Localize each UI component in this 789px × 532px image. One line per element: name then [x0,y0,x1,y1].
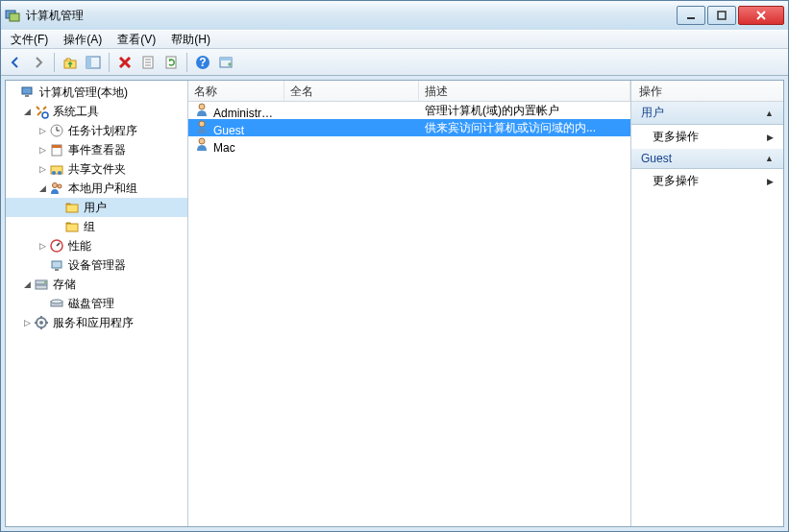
chevron-right-icon: ▶ [767,133,774,142]
titlebar[interactable]: 计算机管理 [1,1,788,30]
list-header: 名称 全名 描述 [188,81,630,102]
refresh-button[interactable] [160,52,182,73]
menu-action[interactable]: 操作(A) [58,30,108,50]
expander-icon[interactable]: ▷ [37,240,48,252]
svg-rect-8 [86,57,91,68]
svg-text:?: ? [199,56,206,69]
back-button[interactable] [5,52,26,73]
actions-pane: 操作 用户 ▲ 更多操作 ▶ Guest ▲ 更多操作 ▶ [631,81,783,526]
delete-button[interactable] [114,52,136,73]
device-icon [49,257,64,273]
expander-icon[interactable]: ▷ [37,163,48,175]
cell-name: Guest [188,119,284,137]
tree-perf[interactable]: ▷ 性能 [6,236,187,255]
tree-storage[interactable]: ◢ 存储 [6,275,187,294]
shared-folder-icon [49,161,64,177]
svg-point-29 [52,171,56,175]
help-button[interactable]: ? [192,52,213,73]
cell-desc: 管理计算机(域)的内置帐户 [419,103,630,119]
clock-icon [49,123,64,138]
svg-point-41 [44,281,46,283]
tree-tasksched[interactable]: ▷ 任务计划程序 [6,121,187,140]
forward-button[interactable] [28,52,49,73]
expander-icon[interactable]: ▷ [37,125,48,136]
storage-icon [34,277,49,292]
svg-rect-1 [10,13,19,21]
actions-section-users[interactable]: 用户 ▲ [631,102,783,125]
expander-icon[interactable]: ◢ [21,106,33,117]
tree-diskmgmt[interactable]: ▷ 磁盘管理 [6,294,187,313]
tree-label: 性能 [68,238,91,254]
svg-rect-37 [52,261,62,268]
menu-file[interactable]: 文件(F) [5,30,54,50]
expander-icon[interactable]: ▷ [37,144,48,156]
collapse-icon: ▲ [765,154,774,163]
tree-groups[interactable]: ▷ 组 [6,217,187,236]
list-row[interactable]: Guest供来宾访问计算机或访问域的内... [188,119,630,136]
tree-sharedfolders[interactable]: ▷ 共享文件夹 [6,159,187,179]
minimize-button[interactable] [677,6,705,25]
actions-more-guest[interactable]: 更多操作 ▶ [631,169,783,193]
app-window: 计算机管理 文件(F) 操作(A) 查看(V) 帮助(H) ? ▶ 计 [0,0,789,532]
svg-rect-38 [55,269,59,271]
tree-devmgr[interactable]: ▷ 设备管理器 [6,255,187,275]
list-pane: 名称 全名 描述 Administrat...管理计算机(域)的内置帐户Gues… [188,81,631,526]
menu-help[interactable]: 帮助(H) [165,30,216,50]
toolbar-sep [186,53,187,72]
actions-item-label: 更多操作 [653,173,699,189]
expander-icon[interactable]: ▷ [21,317,33,328]
toolbar: ? [1,49,788,76]
maximize-button[interactable] [707,6,736,25]
svg-rect-20 [22,87,32,94]
expander-icon[interactable]: ◢ [37,182,48,194]
tree-services[interactable]: ▷ 服务和应用程序 [6,313,187,332]
export-button[interactable] [215,52,236,73]
user-icon [194,102,210,117]
list-row[interactable]: Administrat...管理计算机(域)的内置帐户 [188,102,630,119]
perf-icon [49,238,64,254]
tree-label: 服务和应用程序 [53,315,134,331]
tree-users[interactable]: ▷ 用户 [6,198,187,217]
svg-point-47 [199,121,205,127]
tree-localusers[interactable]: ◢ 本地用户和组 [6,179,187,198]
close-button[interactable] [738,6,784,25]
tree-label: 计算机管理(本地) [39,85,128,101]
properties-button[interactable] [137,52,159,73]
actions-section-label: Guest [641,152,672,165]
actions-more-users[interactable]: 更多操作 ▶ [631,125,783,149]
svg-rect-34 [66,224,78,231]
show-hide-tree-button[interactable] [83,52,104,73]
tree-pane[interactable]: ▶ 计算机管理(本地) ◢ 系统工具 ▷ 任务计划程序 ▷ 事件查看器 ▷ [6,81,188,526]
actions-section-guest[interactable]: Guest ▲ [631,149,783,169]
user-icon [194,119,210,134]
app-icon [5,8,20,23]
expander-icon[interactable]: ◢ [21,278,33,290]
svg-point-30 [58,171,62,175]
disk-icon [49,296,64,311]
col-name[interactable]: 名称 [188,81,284,101]
menu-view[interactable]: 查看(V) [111,30,161,50]
tree-label: 设备管理器 [68,257,126,274]
col-fullname[interactable]: 全名 [284,81,419,101]
toolbar-sep [109,53,110,72]
tree-label: 系统工具 [53,104,99,120]
services-icon [34,315,49,330]
actions-section-label: 用户 [641,105,664,121]
up-button[interactable] [60,52,81,73]
menubar: 文件(F) 操作(A) 查看(V) 帮助(H) [1,30,788,49]
tree-systools[interactable]: ◢ 系统工具 [6,102,187,121]
computer-icon [20,85,36,100]
user-icon [194,136,210,152]
tree-label: 组 [84,219,95,235]
svg-rect-19 [220,58,232,60]
window-buttons [677,6,784,25]
svg-point-32 [58,184,62,188]
col-desc[interactable]: 描述 [419,81,630,101]
tree-eventviewer[interactable]: ▷ 事件查看器 [6,140,187,159]
list-row[interactable]: Mac [188,136,630,154]
tree-label: 磁盘管理 [68,296,114,312]
list-body[interactable]: Administrat...管理计算机(域)的内置帐户Guest供来宾访问计算机… [188,102,630,526]
tree-root[interactable]: ▶ 计算机管理(本地) [6,83,187,102]
cell-name: Mac [188,136,284,155]
toolbar-sep [54,53,55,72]
